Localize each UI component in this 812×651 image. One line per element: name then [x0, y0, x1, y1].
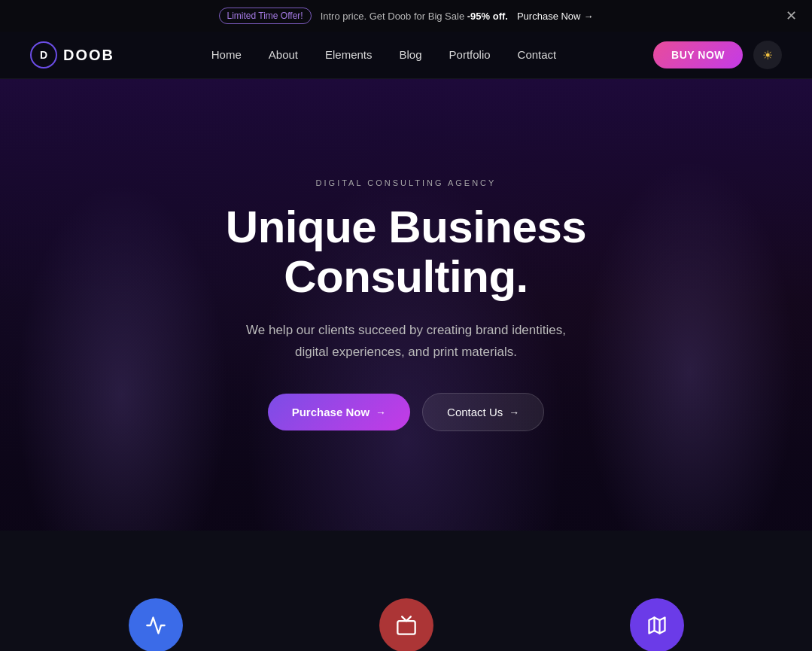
- hero-buttons: Purchase Now → Contact Us →: [135, 393, 677, 431]
- arrow-right-icon: →: [583, 11, 593, 22]
- feature-card-app-development: App Development Variations There are man…: [546, 583, 767, 651]
- hero-eyebrow: DIGITAL CONSULTING AGENCY: [135, 178, 677, 187]
- hero-section: DIGITAL CONSULTING AGENCY Unique Busines…: [0, 79, 812, 531]
- logo-icon: D: [30, 41, 57, 68]
- feature-card-design-creative: Design & Creative Passages there are man…: [296, 583, 516, 651]
- purchase-arrow-icon: →: [376, 406, 386, 418]
- banner-text: Intro price. Get Doob for Big Sale -95% …: [321, 11, 508, 22]
- app-development-icon: [630, 598, 684, 651]
- nav-links: Home About Elements Blog Portfolio Conta…: [211, 48, 557, 62]
- hero-title: Unique Business Consulting.: [135, 202, 677, 302]
- nav-about[interactable]: About: [269, 48, 298, 61]
- nav-home[interactable]: Home: [211, 48, 242, 61]
- svg-marker-1: [649, 618, 665, 634]
- banner-close-button[interactable]: ✕: [786, 8, 797, 24]
- banner-purchase-link[interactable]: Purchase Now →: [517, 11, 594, 22]
- svg-rect-0: [397, 621, 415, 634]
- design-creative-icon: [379, 598, 433, 651]
- awarded-design-icon: [129, 598, 183, 651]
- top-banner: Limited Time Offer! Intro price. Get Doo…: [0, 0, 812, 32]
- logo-text: DOOB: [63, 47, 114, 64]
- nav-portfolio[interactable]: Portfolio: [449, 48, 491, 61]
- nav-contact[interactable]: Contact: [518, 48, 557, 61]
- navbar: D DOOB Home About Elements Blog Portfoli…: [0, 32, 812, 79]
- contact-us-button[interactable]: Contact Us →: [422, 393, 544, 431]
- banner-badge: Limited Time Offer!: [219, 8, 312, 24]
- purchase-now-button[interactable]: Purchase Now →: [268, 394, 410, 430]
- buy-now-button[interactable]: BUY NOW: [653, 41, 743, 68]
- nav-right: BUY NOW ☀: [653, 41, 782, 69]
- feature-card-awarded-design: Awarded Design There are many variations…: [45, 583, 266, 651]
- nav-blog[interactable]: Blog: [400, 48, 422, 61]
- logo[interactable]: D DOOB: [30, 41, 114, 68]
- theme-toggle-button[interactable]: ☀: [753, 41, 782, 69]
- contact-arrow-icon: →: [509, 406, 519, 418]
- sun-icon: ☀: [762, 48, 773, 62]
- nav-elements[interactable]: Elements: [325, 48, 373, 61]
- hero-content: DIGITAL CONSULTING AGENCY Unique Busines…: [105, 178, 707, 432]
- hero-subtitle: We help our clients succeed by creating …: [135, 320, 677, 364]
- features-section: Awarded Design There are many variations…: [0, 531, 812, 651]
